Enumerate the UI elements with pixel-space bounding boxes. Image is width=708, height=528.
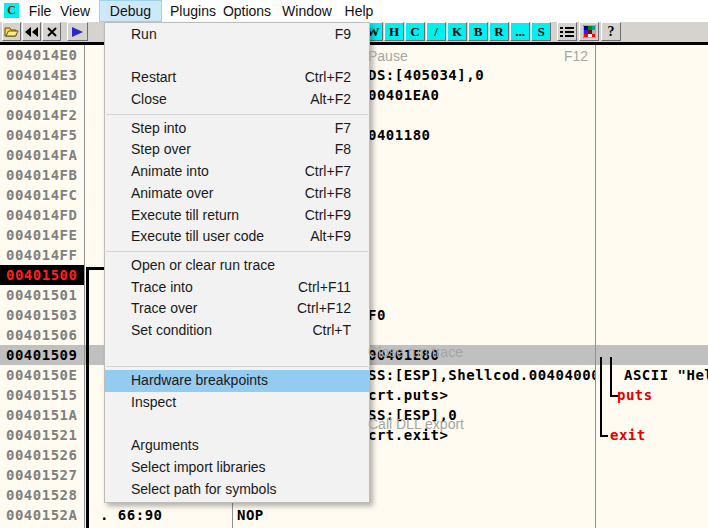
close-program-button[interactable] — [42, 22, 61, 41]
menu-item-label: Execute till return — [131, 205, 239, 227]
menu-separator — [105, 248, 369, 255]
row-address: 00401526 — [0, 445, 84, 465]
menu-debug[interactable]: Debug — [100, 1, 161, 21]
row-disassembly: 0401180 — [368, 125, 595, 145]
menu-item-label: Inspect — [131, 392, 176, 414]
row-address: 00401501 — [0, 285, 84, 305]
window-button-r[interactable]: R — [489, 22, 509, 41]
arg-bracket-inner-foot — [610, 395, 618, 397]
row-address: 0040151A — [0, 405, 84, 425]
row-address: 004014FF — [0, 245, 84, 265]
appearance-colors-button[interactable] — [579, 22, 599, 41]
menu-item-hardware-breakpoints[interactable]: Hardware breakpoints — [105, 370, 369, 392]
column-divider-address[interactable] — [84, 45, 85, 528]
menu-plugins[interactable]: Plugins — [164, 1, 222, 21]
row-address: 004014F2 — [0, 105, 84, 125]
menu-item-label: Close — [131, 89, 167, 111]
menu-item-label: Trace into — [131, 277, 193, 299]
window-button-[interactable]: ... — [510, 22, 530, 41]
open-file-button[interactable] — [2, 22, 21, 41]
column-divider-disasm[interactable] — [595, 45, 596, 528]
window-button-[interactable]: / — [426, 22, 446, 41]
menu-bar: C File View Debug Plugins Options Window… — [0, 0, 708, 22]
row-address: 00401503 — [0, 305, 84, 325]
window-button-c[interactable]: C — [405, 22, 425, 41]
menu-item-label: Run — [131, 24, 157, 46]
menu-item-animate-over[interactable]: Animate overCtrl+F8 — [105, 183, 369, 205]
menu-item-close-run-trace: Close run trace — [342, 342, 606, 364]
menu-separator — [105, 111, 369, 118]
menu-item-shortcut: Ctrl+F12 — [297, 298, 351, 320]
menu-item-label: Animate over — [131, 183, 213, 205]
row-comment: exit — [610, 425, 646, 445]
menu-item-set-condition[interactable]: Set conditionCtrl+T — [105, 320, 369, 342]
help-button[interactable]: ? — [601, 22, 621, 41]
row-disassembly: DS:[405034],0 — [368, 65, 595, 85]
row-address: 00401506 — [0, 325, 84, 345]
menu-item-step-over[interactable]: Step overF8 — [105, 139, 369, 161]
window-buttons-group: WHC/KBR...S — [363, 22, 551, 41]
menu-item-shortcut: Ctrl+F2 — [305, 67, 351, 89]
row-address: 004014FC — [0, 185, 84, 205]
menu-help[interactable]: Help — [337, 1, 381, 21]
menu-item-run[interactable]: RunF9 — [105, 24, 369, 46]
menu-item-select-import-libraries[interactable]: Select import libraries — [105, 457, 369, 479]
window-button-b[interactable]: B — [468, 22, 488, 41]
question-icon: ? — [608, 24, 615, 40]
menu-item-shortcut: Ctrl+F7 — [305, 161, 351, 183]
menu-view[interactable]: View — [53, 1, 97, 21]
close-icon — [47, 27, 57, 37]
restart-button[interactable] — [22, 22, 41, 41]
menu-item-arguments[interactable]: Arguments — [105, 435, 369, 457]
folder-icon — [4, 25, 19, 38]
menu-item-animate-into[interactable]: Animate intoCtrl+F7 — [105, 161, 369, 183]
menu-item-shortcut: Alt+F2 — [310, 89, 351, 111]
row-comment: puts — [617, 385, 653, 405]
menu-item-close[interactable]: CloseAlt+F2 — [105, 89, 369, 111]
menu-item-execute-till-return[interactable]: Execute till returnCtrl+F9 — [105, 205, 369, 227]
loop-bracket-line — [86, 267, 89, 528]
window-button-k[interactable]: K — [447, 22, 467, 41]
run-button[interactable] — [67, 22, 88, 41]
menu-item-trace-over[interactable]: Trace overCtrl+F12 — [105, 298, 369, 320]
menu-item-shortcut: Alt+F9 — [310, 226, 351, 248]
row-address: 004014E3 — [0, 65, 84, 85]
row-address: 004014FA — [0, 145, 84, 165]
row-address: 004014FB — [0, 165, 84, 185]
menu-item-shortcut: Ctrl+F8 — [305, 183, 351, 205]
row-address: 004014F5 — [0, 125, 84, 145]
menu-item-shortcut: F12 — [564, 46, 588, 68]
play-icon — [72, 27, 83, 37]
disasm-row-0040152A[interactable]: 0040152A. 66:90NOP — [0, 505, 708, 525]
menu-item-restart[interactable]: RestartCtrl+F2 — [105, 67, 369, 89]
menu-item-label: Hardware breakpoints — [131, 370, 268, 392]
row-address: 00401521 — [0, 425, 84, 445]
menu-item-select-path-for-symbols[interactable]: Select path for symbols — [105, 479, 369, 501]
row-address: 004014FD — [0, 205, 84, 225]
row-address: 00401500 — [0, 265, 84, 285]
cpu-window-icon[interactable]: C — [4, 3, 19, 18]
row-disassembly: NOP — [237, 505, 264, 525]
window-button-h[interactable]: H — [384, 22, 404, 41]
colors-icon — [583, 25, 596, 38]
arg-bracket-inner-line — [610, 357, 612, 397]
menu-window[interactable]: Window — [276, 1, 338, 21]
menu-item-step-into[interactable]: Step intoF7 — [105, 118, 369, 140]
menu-item-label: Step over — [131, 139, 191, 161]
menu-item-label: Execute till user code — [131, 226, 264, 248]
menu-item-label: Restart — [131, 67, 176, 89]
menu-item-open-or-clear-run-trace[interactable]: Open or clear run trace — [105, 255, 369, 277]
menu-item-label: Close run trace — [368, 342, 463, 364]
menu-item-inspect[interactable]: Inspect — [105, 392, 369, 414]
window-button-s[interactable]: S — [531, 22, 551, 41]
menu-item-label: Select path for symbols — [131, 479, 277, 501]
menu-item-shortcut: Ctrl+T — [313, 320, 352, 342]
menu-options[interactable]: Options — [216, 1, 278, 21]
row-disassembly: 00401EA0 — [368, 85, 595, 105]
menu-item-trace-into[interactable]: Trace intoCtrl+F11 — [105, 277, 369, 299]
debug-menu-dropdown: RunF9PauseF12RestartCtrl+F2CloseAlt+F2St… — [104, 22, 370, 503]
row-address: 00401527 — [0, 465, 84, 485]
appearance-list-button[interactable] — [557, 22, 577, 41]
row-address: 004014E0 — [0, 45, 84, 65]
menu-item-execute-till-user-code[interactable]: Execute till user codeAlt+F9 — [105, 226, 369, 248]
